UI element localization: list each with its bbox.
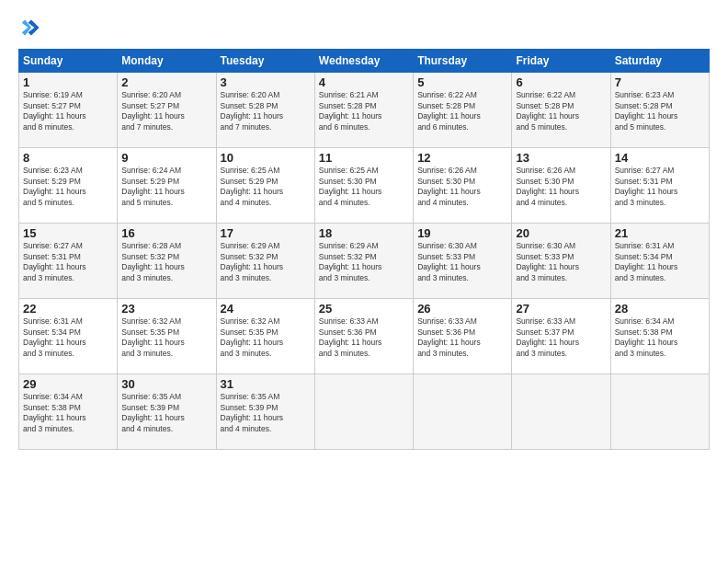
calendar-cell: 26Sunrise: 6:33 AM Sunset: 5:36 PM Dayli… — [414, 299, 512, 374]
cell-info: Sunrise: 6:26 AM Sunset: 5:30 PM Dayligh… — [516, 166, 606, 208]
calendar-cell: 8Sunrise: 6:23 AM Sunset: 5:29 PM Daylig… — [19, 148, 118, 224]
calendar-cell — [314, 374, 413, 450]
weekday-header-saturday: Saturday — [610, 50, 709, 73]
calendar-week-row: 15Sunrise: 6:27 AM Sunset: 5:31 PM Dayli… — [19, 224, 710, 299]
day-number: 31 — [221, 377, 311, 391]
day-number: 4 — [319, 75, 409, 89]
calendar-cell: 1Sunrise: 6:19 AM Sunset: 5:27 PM Daylig… — [19, 73, 118, 148]
cell-info: Sunrise: 6:27 AM Sunset: 5:31 PM Dayligh… — [23, 241, 113, 283]
day-number: 7 — [615, 75, 705, 89]
calendar-cell: 24Sunrise: 6:32 AM Sunset: 5:35 PM Dayli… — [216, 299, 314, 374]
calendar-cell: 18Sunrise: 6:29 AM Sunset: 5:32 PM Dayli… — [314, 224, 413, 299]
weekday-header-monday: Monday — [118, 50, 216, 73]
cell-info: Sunrise: 6:20 AM Sunset: 5:28 PM Dayligh… — [221, 90, 311, 132]
day-number: 5 — [417, 75, 507, 89]
day-number: 1 — [23, 75, 113, 89]
weekday-header-row: SundayMondayTuesdayWednesdayThursdayFrid… — [19, 50, 710, 73]
cell-info: Sunrise: 6:33 AM Sunset: 5:36 PM Dayligh… — [417, 316, 507, 359]
cell-info: Sunrise: 6:35 AM Sunset: 5:39 PM Dayligh… — [121, 392, 211, 434]
calendar-cell: 6Sunrise: 6:22 AM Sunset: 5:28 PM Daylig… — [512, 73, 610, 148]
calendar-cell: 9Sunrise: 6:24 AM Sunset: 5:29 PM Daylig… — [118, 148, 216, 224]
calendar-cell: 27Sunrise: 6:33 AM Sunset: 5:37 PM Dayli… — [512, 299, 610, 374]
day-number: 17 — [221, 226, 311, 240]
day-number: 27 — [516, 302, 606, 316]
cell-info: Sunrise: 6:26 AM Sunset: 5:30 PM Dayligh… — [417, 166, 507, 208]
cell-info: Sunrise: 6:34 AM Sunset: 5:38 PM Dayligh… — [615, 316, 705, 359]
cell-info: Sunrise: 6:27 AM Sunset: 5:31 PM Dayligh… — [615, 166, 705, 208]
cell-info: Sunrise: 6:23 AM Sunset: 5:28 PM Dayligh… — [615, 90, 705, 132]
calendar-cell: 20Sunrise: 6:30 AM Sunset: 5:33 PM Dayli… — [512, 224, 610, 299]
logo — [18, 17, 42, 40]
cell-info: Sunrise: 6:30 AM Sunset: 5:33 PM Dayligh… — [516, 241, 606, 283]
calendar-cell: 16Sunrise: 6:28 AM Sunset: 5:32 PM Dayli… — [118, 224, 216, 299]
cell-info: Sunrise: 6:19 AM Sunset: 5:27 PM Dayligh… — [23, 90, 113, 132]
day-number: 6 — [516, 75, 606, 89]
weekday-header-friday: Friday — [512, 50, 610, 73]
weekday-header-sunday: Sunday — [19, 50, 118, 73]
cell-info: Sunrise: 6:25 AM Sunset: 5:29 PM Dayligh… — [221, 166, 311, 208]
calendar-week-row: 8Sunrise: 6:23 AM Sunset: 5:29 PM Daylig… — [19, 148, 710, 224]
calendar-cell: 4Sunrise: 6:21 AM Sunset: 5:28 PM Daylig… — [314, 73, 413, 148]
calendar-cell: 19Sunrise: 6:30 AM Sunset: 5:33 PM Dayli… — [414, 224, 512, 299]
calendar-cell: 11Sunrise: 6:25 AM Sunset: 5:30 PM Dayli… — [314, 148, 413, 224]
cell-info: Sunrise: 6:34 AM Sunset: 5:38 PM Dayligh… — [23, 392, 113, 434]
cell-info: Sunrise: 6:28 AM Sunset: 5:32 PM Dayligh… — [121, 241, 211, 283]
day-number: 25 — [319, 302, 409, 316]
cell-info: Sunrise: 6:29 AM Sunset: 5:32 PM Dayligh… — [221, 241, 311, 283]
day-number: 22 — [23, 302, 113, 316]
day-number: 26 — [417, 302, 507, 316]
cell-info: Sunrise: 6:25 AM Sunset: 5:30 PM Dayligh… — [319, 166, 409, 208]
calendar-cell: 25Sunrise: 6:33 AM Sunset: 5:36 PM Dayli… — [314, 299, 413, 374]
calendar-cell: 17Sunrise: 6:29 AM Sunset: 5:32 PM Dayli… — [216, 224, 314, 299]
cell-info: Sunrise: 6:30 AM Sunset: 5:33 PM Dayligh… — [417, 241, 507, 283]
calendar-cell — [610, 374, 709, 450]
cell-info: Sunrise: 6:29 AM Sunset: 5:32 PM Dayligh… — [319, 241, 409, 283]
cell-info: Sunrise: 6:22 AM Sunset: 5:28 PM Dayligh… — [417, 90, 507, 132]
calendar-cell: 13Sunrise: 6:26 AM Sunset: 5:30 PM Dayli… — [512, 148, 610, 224]
day-number: 13 — [516, 151, 606, 165]
calendar-cell: 3Sunrise: 6:20 AM Sunset: 5:28 PM Daylig… — [216, 73, 314, 148]
cell-info: Sunrise: 6:22 AM Sunset: 5:28 PM Dayligh… — [516, 90, 606, 132]
day-number: 20 — [516, 226, 606, 240]
day-number: 9 — [121, 151, 211, 165]
weekday-header-thursday: Thursday — [414, 50, 512, 73]
calendar-table: SundayMondayTuesdayWednesdayThursdayFrid… — [18, 49, 710, 450]
calendar-cell: 2Sunrise: 6:20 AM Sunset: 5:27 PM Daylig… — [118, 73, 216, 148]
calendar-week-row: 22Sunrise: 6:31 AM Sunset: 5:34 PM Dayli… — [19, 299, 710, 374]
day-number: 15 — [23, 226, 113, 240]
calendar-cell: 23Sunrise: 6:32 AM Sunset: 5:35 PM Dayli… — [118, 299, 216, 374]
day-number: 10 — [221, 151, 311, 165]
cell-info: Sunrise: 6:21 AM Sunset: 5:28 PM Dayligh… — [319, 90, 409, 132]
weekday-header-tuesday: Tuesday — [216, 50, 314, 73]
cell-info: Sunrise: 6:31 AM Sunset: 5:34 PM Dayligh… — [23, 316, 113, 359]
day-number: 11 — [319, 151, 409, 165]
calendar-week-row: 29Sunrise: 6:34 AM Sunset: 5:38 PM Dayli… — [19, 374, 710, 450]
day-number: 21 — [615, 226, 705, 240]
calendar-cell: 5Sunrise: 6:22 AM Sunset: 5:28 PM Daylig… — [414, 73, 512, 148]
cell-info: Sunrise: 6:24 AM Sunset: 5:29 PM Dayligh… — [121, 166, 211, 208]
cell-info: Sunrise: 6:32 AM Sunset: 5:35 PM Dayligh… — [221, 316, 311, 359]
calendar-cell: 28Sunrise: 6:34 AM Sunset: 5:38 PM Dayli… — [610, 299, 709, 374]
calendar-cell — [414, 374, 512, 450]
cell-info: Sunrise: 6:33 AM Sunset: 5:37 PM Dayligh… — [516, 316, 606, 359]
calendar-cell: 10Sunrise: 6:25 AM Sunset: 5:29 PM Dayli… — [216, 148, 314, 224]
day-number: 8 — [23, 151, 113, 165]
calendar-cell: 30Sunrise: 6:35 AM Sunset: 5:39 PM Dayli… — [118, 374, 216, 450]
cell-info: Sunrise: 6:20 AM Sunset: 5:27 PM Dayligh… — [121, 90, 211, 132]
cell-info: Sunrise: 6:31 AM Sunset: 5:34 PM Dayligh… — [615, 241, 705, 283]
calendar-cell: 29Sunrise: 6:34 AM Sunset: 5:38 PM Dayli… — [19, 374, 118, 450]
calendar-week-row: 1Sunrise: 6:19 AM Sunset: 5:27 PM Daylig… — [19, 73, 710, 148]
header — [18, 17, 710, 40]
calendar-cell: 22Sunrise: 6:31 AM Sunset: 5:34 PM Dayli… — [19, 299, 118, 374]
calendar-cell: 31Sunrise: 6:35 AM Sunset: 5:39 PM Dayli… — [216, 374, 314, 450]
day-number: 24 — [221, 302, 311, 316]
logo-icon — [20, 17, 42, 39]
calendar-cell: 12Sunrise: 6:26 AM Sunset: 5:30 PM Dayli… — [414, 148, 512, 224]
calendar-cell — [512, 374, 610, 450]
calendar-cell: 7Sunrise: 6:23 AM Sunset: 5:28 PM Daylig… — [610, 73, 709, 148]
day-number: 3 — [221, 75, 311, 89]
calendar-cell: 21Sunrise: 6:31 AM Sunset: 5:34 PM Dayli… — [610, 224, 709, 299]
day-number: 18 — [319, 226, 409, 240]
calendar-cell: 15Sunrise: 6:27 AM Sunset: 5:31 PM Dayli… — [19, 224, 118, 299]
cell-info: Sunrise: 6:35 AM Sunset: 5:39 PM Dayligh… — [221, 392, 311, 434]
